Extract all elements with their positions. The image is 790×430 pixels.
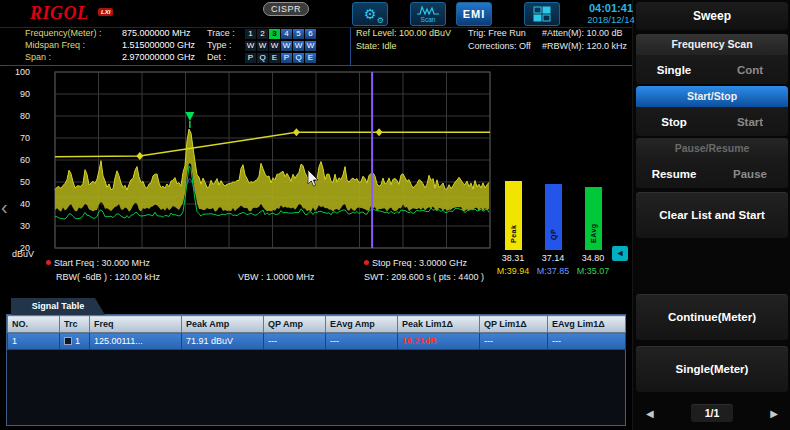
meter-label: Frequency(Meter) :: [25, 28, 122, 39]
panel-collapse-chevron[interactable]: ‹: [1, 196, 8, 219]
page-indicator: 1/1: [691, 404, 734, 422]
table-row[interactable]: 1 1 125.00111... 71.91 dBuV --- --- 16.2…: [8, 333, 626, 350]
trace-2-cell[interactable]: 2: [257, 29, 268, 39]
stop-button[interactable]: Stop: [636, 116, 712, 128]
peak-meter-name: Peak: [510, 226, 517, 243]
eavg-meter-name: EAvg: [590, 226, 597, 243]
det-cell: Q: [257, 53, 268, 63]
state-status: State: Idle: [356, 41, 397, 51]
window-layout-button[interactable]: [524, 2, 560, 26]
col-qp-amp: QP Amp: [264, 316, 326, 333]
scan-waveform-icon: [417, 5, 439, 16]
qp-meter-bar: QP: [545, 72, 562, 250]
trace-5-cell[interactable]: 5: [293, 29, 304, 39]
y-tick-label: 50: [20, 177, 30, 187]
col-peak-lim: Peak Lim1Δ: [398, 316, 480, 333]
scan-label: Scan: [421, 16, 436, 23]
red-dot-icon: [46, 260, 51, 265]
ref-level-status: Ref Level: 100.00 dBuV: [356, 28, 451, 38]
limit-diamond-marker: [136, 152, 143, 160]
vbw-readout: VBW : 1.0000 MHz: [238, 272, 315, 282]
scan-button[interactable]: Scan: [410, 2, 446, 26]
y-tick-label: 90: [20, 89, 30, 99]
prev-page-button[interactable]: ◀: [646, 408, 654, 419]
type-cell: W: [305, 41, 316, 51]
det-cell: Q: [293, 53, 304, 63]
start-button[interactable]: Start: [712, 116, 788, 128]
group-pause-resume: Pause/Resume Resume Pause: [636, 138, 788, 188]
trace-6-cell[interactable]: 6: [305, 29, 316, 39]
trace-1-cell[interactable]: 1: [245, 29, 256, 39]
eavg-meter-fill: EAvg: [585, 187, 602, 250]
frequency-meter-row: Frequency(Meter) :875.000000 MHz: [25, 28, 191, 39]
status-underline: [0, 65, 632, 66]
red-dot-icon: [364, 260, 369, 265]
emi-label: EMI: [463, 8, 486, 20]
clock: 04:01:41 2018/12/14: [576, 2, 646, 25]
single-meter-button[interactable]: Single(Meter): [636, 346, 788, 392]
limit-diamond-marker: [376, 128, 383, 136]
col-freq: Freq: [90, 316, 182, 333]
col-peak-amp: Peak Amp: [182, 316, 264, 333]
cont-button[interactable]: Cont: [712, 64, 788, 76]
type-cell: W: [269, 41, 280, 51]
group-start-stop: Start/Stop Stop Start: [636, 86, 788, 136]
det-cell: P: [245, 53, 256, 63]
cell-peak-amp: 71.91 dBuV: [182, 333, 264, 350]
resume-button[interactable]: Resume: [636, 168, 712, 180]
trace-4-cell[interactable]: 4: [281, 29, 292, 39]
start-freq-readout: Start Freq : 30.000 MHz: [46, 258, 150, 268]
type-label: Type :: [207, 40, 245, 51]
y-tick-label: 40: [20, 199, 30, 209]
y-tick-label: 100: [15, 67, 30, 77]
group-frequency-scan: Frequency Scan Single Cont: [636, 34, 788, 84]
y-tick-label: 80: [20, 111, 30, 121]
cell-eavg-lim: ---: [548, 333, 626, 350]
col-eavg-amp: EAvg Amp: [326, 316, 398, 333]
clear-list-and-start-button[interactable]: Clear List and Start: [636, 192, 788, 238]
settings-button[interactable]: ⚙ ⚙: [352, 2, 388, 26]
lxi-badge: LXI: [98, 8, 113, 16]
status-divider: [350, 28, 351, 65]
signal-table-tab[interactable]: Signal Table: [11, 298, 105, 315]
col-trc: Trc: [60, 316, 90, 333]
pause-button[interactable]: Pause: [712, 168, 788, 180]
continue-meter-button[interactable]: Continue(Meter): [636, 294, 788, 340]
det-cell: P: [281, 53, 292, 63]
next-page-button[interactable]: ▶: [770, 408, 778, 419]
checkbox-icon[interactable]: [64, 337, 72, 345]
meter-value: 875.000000 MHz: [122, 28, 191, 38]
det-cell: E: [269, 53, 280, 63]
rbw-readout: RBW( -6dB ) : 120.00 kHz: [56, 272, 160, 282]
mouse-cursor-icon: [308, 170, 318, 186]
trace-3-cell-active[interactable]: 3: [269, 29, 280, 39]
meter-label: Midspan Freq :: [25, 40, 122, 51]
atten-status: #Atten(M): 10.00 dB: [542, 28, 623, 38]
qp-meter-fill: QP: [545, 184, 562, 250]
limit-line: [55, 132, 490, 156]
single-button[interactable]: Single: [636, 64, 712, 76]
y-tick-label: 60: [20, 155, 30, 165]
meter-scroll-button[interactable]: ◄: [612, 246, 628, 261]
peak-meter-fill: Peak: [505, 181, 522, 250]
span-row: Span :2.970000000 GHz: [25, 52, 195, 63]
y-tick-label: 30: [20, 221, 30, 231]
start-stop-header: Start/Stop: [636, 86, 788, 107]
gear-icon: ⚙: [364, 7, 377, 21]
swt-readout: SWT : 209.600 s ( pts : 4400 ): [364, 272, 484, 282]
midspan-freq-row: Midspan Freq :1.515000000 GHz: [25, 40, 195, 51]
cell-freq: 125.00111...: [90, 333, 182, 350]
det-label: Det :: [207, 52, 245, 63]
trace-det-row: Det : P Q E P Q E: [207, 52, 317, 63]
stop-freq-readout: Stop Freq : 3.0000 GHz: [364, 258, 467, 268]
emi-mode-button[interactable]: EMI: [456, 2, 492, 26]
pause-resume-header: Pause/Resume: [636, 138, 788, 159]
type-cell: W: [293, 41, 304, 51]
trace-label: Trace :: [207, 28, 245, 39]
type-cell: W: [281, 41, 292, 51]
cispr-badge[interactable]: CISPR: [263, 2, 309, 16]
start-freq-text: Start Freq : 30.000 MHz: [54, 258, 150, 268]
cell-trc: 1: [60, 333, 90, 350]
rbw-status: #RBW(M): 120.0 kHz: [542, 41, 627, 51]
sidebar-menu: Sweep Frequency Scan Single Cont Start/S…: [632, 0, 790, 430]
